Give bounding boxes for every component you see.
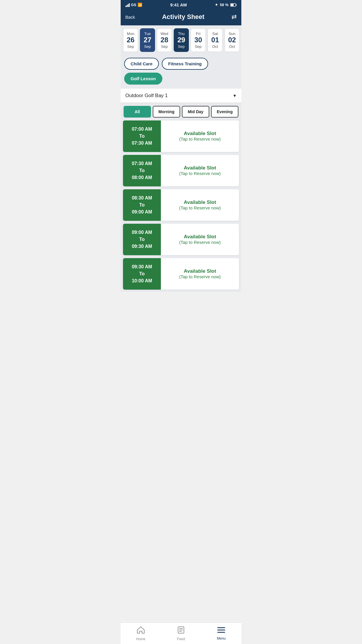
svg-rect-1 <box>236 4 237 6</box>
slot-available-sub: (Tap to Reserve now) <box>179 205 221 210</box>
transfer-icon[interactable]: ⇄ <box>231 13 237 21</box>
day-month: Sep <box>158 44 171 49</box>
day-month: Sep <box>175 44 187 49</box>
slot-available-title: Available Slot <box>184 200 216 205</box>
day-number: 01 <box>209 36 221 44</box>
slot-available-title: Available Slot <box>184 165 216 171</box>
day-name: Sun <box>226 32 238 36</box>
day-name: Wed <box>158 32 171 36</box>
status-right: ✦ 58 % <box>215 3 237 7</box>
day-number: 27 <box>141 36 154 44</box>
slot-available-sub: (Tap to Reserve now) <box>179 171 221 176</box>
slot-time-slot4: 09:00 AM To 09:30 AM <box>123 224 161 255</box>
back-button[interactable]: Back <box>125 15 135 20</box>
calendar-day-mon26[interactable]: Mon 26 Sep <box>123 28 138 52</box>
slot-row-slot5[interactable]: 09:30 AM To 10:00 AM Available Slot (Tap… <box>123 258 239 290</box>
status-time: 9:41 AM <box>170 2 187 7</box>
day-name: Fri <box>192 32 204 36</box>
day-number: 30 <box>192 36 204 44</box>
slot-row-slot1[interactable]: 07:00 AM To 07:30 AM Available Slot (Tap… <box>123 120 239 152</box>
filter-section: AllMorningMid DayEvening <box>121 103 241 120</box>
filter-btn-all[interactable]: All <box>124 106 151 118</box>
calendar-row: Mon 26 Sep Tue 27 Sep Wed 28 Sep Thu 29 … <box>121 25 241 55</box>
day-month: Sep <box>141 44 154 49</box>
slot-available-sub: (Tap to Reserve now) <box>179 274 221 279</box>
calendar-day-fri30[interactable]: Fri 30 Sep <box>191 28 206 52</box>
status-left: GS 📶 <box>125 3 142 7</box>
slot-content-slot2: Available Slot (Tap to Reserve now) <box>161 155 239 186</box>
dropdown-label: Outdoor Golf Bay 1 <box>125 93 168 99</box>
battery-label: 58 % <box>220 3 229 7</box>
filter-btn-midday[interactable]: Mid Day <box>182 106 209 118</box>
battery-icon <box>230 3 237 7</box>
slot-available-sub: (Tap to Reserve now) <box>179 240 221 245</box>
slot-row-slot3[interactable]: 08:30 AM To 09:00 AM Available Slot (Tap… <box>123 189 239 221</box>
day-month: Sep <box>192 44 204 49</box>
day-month: Oct <box>209 44 221 49</box>
slot-available-title: Available Slot <box>184 268 216 274</box>
category-section: Child CareFitness TrainingGolf Lesson <box>121 55 241 89</box>
slot-content-slot5: Available Slot (Tap to Reserve now) <box>161 258 239 290</box>
slot-time-slot2: 07:30 AM To 08:00 AM <box>123 155 161 186</box>
slot-content-slot3: Available Slot (Tap to Reserve now) <box>161 189 239 221</box>
day-number: 29 <box>175 36 187 44</box>
slot-available-title: Available Slot <box>184 131 216 136</box>
slot-time-slot5: 09:30 AM To 10:00 AM <box>123 258 161 290</box>
slot-content-slot4: Available Slot (Tap to Reserve now) <box>161 224 239 255</box>
day-name: Tue <box>141 32 154 36</box>
day-name: Thu <box>175 32 187 36</box>
category-btn-fitness[interactable]: Fitness Training <box>162 58 208 70</box>
location-dropdown[interactable]: Outdoor Golf Bay 1 ▼ <box>121 89 241 103</box>
category-btn-childcare[interactable]: Child Care <box>124 58 159 70</box>
calendar-day-wed28[interactable]: Wed 28 Sep <box>157 28 172 52</box>
slot-row-slot4[interactable]: 09:00 AM To 09:30 AM Available Slot (Tap… <box>123 224 239 255</box>
chevron-down-icon: ▼ <box>233 93 237 98</box>
app-header: Back Activity Sheet ⇄ <box>121 9 241 25</box>
status-bar: GS 📶 9:41 AM ✦ 58 % <box>121 0 241 9</box>
carrier-label: GS <box>131 3 136 7</box>
slot-time-slot3: 08:30 AM To 09:00 AM <box>123 189 161 221</box>
signal-icon <box>125 3 130 7</box>
slot-content-slot1: Available Slot (Tap to Reserve now) <box>161 120 239 152</box>
svg-rect-2 <box>231 4 234 6</box>
slot-time-slot1: 07:00 AM To 07:30 AM <box>123 120 161 152</box>
calendar-day-tue27[interactable]: Tue 27 Sep <box>140 28 155 52</box>
day-number: 28 <box>158 36 171 44</box>
calendar-day-sat01[interactable]: Sat 01 Oct <box>208 28 223 52</box>
slot-available-title: Available Slot <box>184 234 216 240</box>
slots-section: 07:00 AM To 07:30 AM Available Slot (Tap… <box>121 120 241 292</box>
day-month: Oct <box>226 44 238 49</box>
day-name: Sat <box>209 32 221 36</box>
day-month: Sep <box>124 44 137 49</box>
calendar-day-thu29[interactable]: Thu 29 Sep <box>174 28 189 52</box>
filter-btn-morning[interactable]: Morning <box>153 106 180 118</box>
calendar-day-sun02[interactable]: Sun 02 Oct <box>224 28 240 52</box>
page-title: Activity Sheet <box>162 13 205 21</box>
day-number: 26 <box>124 36 137 44</box>
slot-row-slot2[interactable]: 07:30 AM To 08:00 AM Available Slot (Tap… <box>123 155 239 186</box>
filter-btn-evening[interactable]: Evening <box>211 106 238 118</box>
slot-available-sub: (Tap to Reserve now) <box>179 136 221 141</box>
category-btn-golf[interactable]: Golf Lesson <box>124 73 162 85</box>
bluetooth-icon: ✦ <box>215 3 218 7</box>
day-number: 02 <box>226 36 238 44</box>
day-name: Mon <box>124 32 137 36</box>
wifi-icon: 📶 <box>138 3 142 7</box>
